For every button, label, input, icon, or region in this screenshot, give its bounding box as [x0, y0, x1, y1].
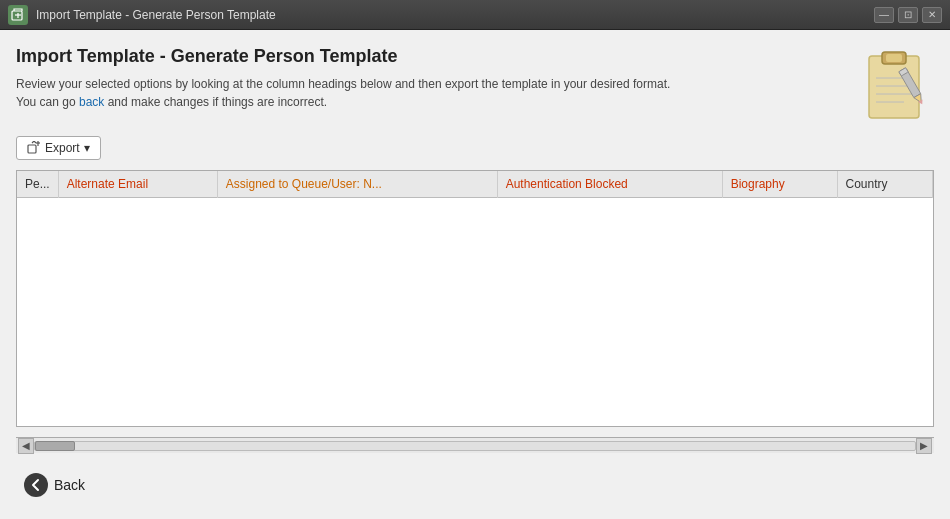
maximize-button[interactable]: ⊡ — [898, 7, 918, 23]
export-icon — [27, 141, 41, 155]
minimize-button[interactable]: — — [874, 7, 894, 23]
table-container[interactable]: Pe... Alternate Email Assigned to Queue/… — [16, 170, 934, 427]
page-title: Import Template - Generate Person Templa… — [16, 46, 838, 67]
description-line2-suffix: and make changes if things are incorrect… — [104, 95, 327, 109]
scrollbar-thumb[interactable] — [35, 441, 75, 451]
export-button[interactable]: Export ▾ — [16, 136, 101, 160]
table-header-row: Pe... Alternate Email Assigned to Queue/… — [17, 171, 933, 198]
svg-rect-14 — [28, 145, 36, 153]
title-bar: Import Template - Generate Person Templa… — [0, 0, 950, 30]
col-pe: Pe... — [17, 171, 58, 198]
main-content: Import Template - Generate Person Templa… — [0, 30, 950, 519]
description-line2-prefix: You can go — [16, 95, 79, 109]
export-dropdown-icon: ▾ — [84, 141, 90, 155]
header-area: Import Template - Generate Person Templa… — [16, 46, 934, 126]
description-line1: Review your selected options by looking … — [16, 77, 670, 91]
footer: Back — [16, 463, 934, 503]
back-label: Back — [54, 477, 85, 493]
header-text-block: Import Template - Generate Person Templa… — [16, 46, 838, 111]
horizontal-scrollbar[interactable]: ◀ ▶ — [16, 437, 934, 453]
export-label: Export — [45, 141, 80, 155]
app-icon — [8, 5, 28, 25]
scroll-left-button[interactable]: ◀ — [18, 438, 34, 454]
col-country: Country — [837, 171, 932, 198]
back-link[interactable]: back — [79, 95, 104, 109]
clipboard-image — [854, 46, 934, 126]
svg-rect-5 — [886, 54, 902, 62]
back-button[interactable]: Back — [16, 469, 93, 501]
toolbar: Export ▾ — [16, 136, 934, 160]
window-title: Import Template - Generate Person Templa… — [36, 8, 866, 22]
col-biography: Biography — [722, 171, 837, 198]
data-table: Pe... Alternate Email Assigned to Queue/… — [17, 171, 933, 198]
page-description: Review your selected options by looking … — [16, 75, 838, 111]
scroll-right-button[interactable]: ▶ — [916, 438, 932, 454]
col-authentication-blocked: Authentication Blocked — [497, 171, 722, 198]
scrollbar-track[interactable] — [34, 441, 916, 451]
window-controls: — ⊡ ✕ — [874, 7, 942, 23]
close-button[interactable]: ✕ — [922, 7, 942, 23]
col-assigned-to-queue: Assigned to Queue/User: N... — [217, 171, 497, 198]
back-icon — [24, 473, 48, 497]
col-alternate-email: Alternate Email — [58, 171, 217, 198]
